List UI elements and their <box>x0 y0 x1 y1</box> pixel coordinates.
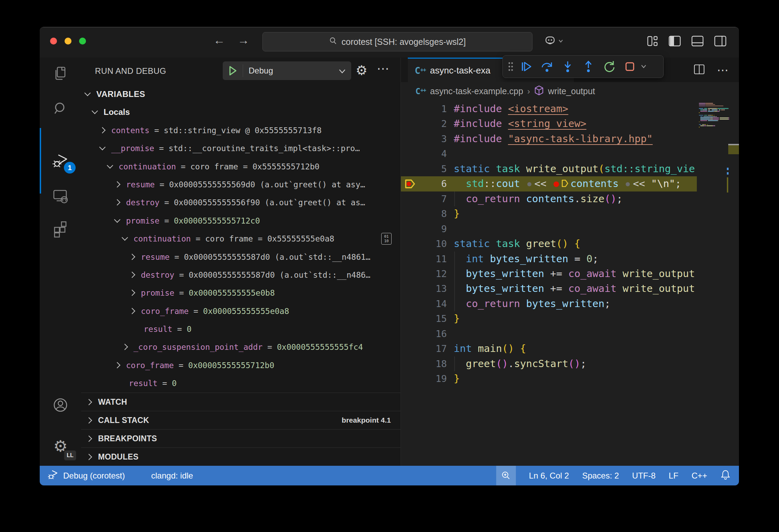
chevron-down-icon[interactable] <box>122 234 128 240</box>
inline-breakpoint-icon[interactable] <box>554 181 559 187</box>
chevron-right-icon[interactable] <box>122 344 128 350</box>
stop-menu-chevron-icon[interactable] <box>641 63 646 70</box>
variable-row[interactable]: result = 0 <box>81 320 401 338</box>
zoom-indicator-button[interactable] <box>496 466 516 485</box>
instruction-pointer-icon[interactable] <box>561 177 569 191</box>
variable-row[interactable]: coro_frame = 0x000055555555e0a8 <box>81 302 401 320</box>
variable-row[interactable]: promise = 0x000055555555e0b8 <box>81 284 401 302</box>
sidebar-item-explorer[interactable] <box>40 58 81 91</box>
variable-row[interactable]: contents = std::string_view @ 0x55555557… <box>81 121 401 139</box>
chevron-right-icon[interactable] <box>99 127 105 133</box>
code-line-8[interactable]: 8} <box>401 206 697 221</box>
code-line-14[interactable]: 14 co_return bytes_written; <box>401 296 697 311</box>
step-over-button[interactable] <box>537 57 557 76</box>
customize-layout-icon[interactable] <box>646 35 658 49</box>
close-window-button[interactable] <box>50 38 57 45</box>
variable-row[interactable]: destroy = 0x00005555555587d0 (a.out`std:… <box>81 266 401 284</box>
toggle-secondary-sidebar-icon[interactable] <box>714 35 727 49</box>
status-language[interactable]: C++ <box>692 471 707 481</box>
toolbar-drag-handle[interactable] <box>506 57 515 76</box>
code-line-9[interactable]: 9 <box>401 221 697 236</box>
pane-header-modules[interactable]: MODULES <box>81 447 401 466</box>
sidebar-more-actions[interactable]: ⋯ <box>377 61 390 76</box>
chevron-down-icon[interactable] <box>92 108 98 114</box>
inline-breakpoint-candidate-icon[interactable] <box>626 182 630 186</box>
pane-header-breakpoints[interactable]: BREAKPOINTS <box>81 429 401 447</box>
stop-button[interactable] <box>620 57 639 76</box>
chevron-down-icon[interactable] <box>84 90 90 96</box>
step-into-button[interactable] <box>558 57 577 76</box>
chevron-right-icon[interactable] <box>114 362 120 368</box>
restart-button[interactable] <box>599 57 619 76</box>
status-indentation[interactable]: Spaces: 2 <box>582 471 619 481</box>
chevron-right-icon[interactable] <box>129 254 135 260</box>
inline-breakpoint-candidate-icon[interactable] <box>527 182 531 186</box>
variable-row[interactable]: __promise = std::__coroutine_traits_impl… <box>81 139 401 157</box>
code-line-6[interactable]: 6 std::cout << contents << "\n"; <box>401 176 697 191</box>
step-out-button[interactable] <box>579 57 598 76</box>
chevron-right-icon[interactable] <box>114 199 120 206</box>
breadcrumb-symbol[interactable]: write_output <box>548 86 595 96</box>
code-line-10[interactable]: 10static task greet() { <box>401 236 697 251</box>
variable-row[interactable]: result = 0 <box>81 374 401 392</box>
code-line-7[interactable]: 7 co_return contents.size(); <box>401 191 697 206</box>
debug-settings-gear-icon[interactable]: ⚙ <box>356 63 367 78</box>
sidebar-item-settings[interactable]: ⚙ LL <box>40 430 81 463</box>
chevron-right-icon[interactable] <box>129 308 135 314</box>
chevron-right-icon[interactable] <box>129 290 135 296</box>
pane-header-call-stack[interactable]: CALL STACKbreakpoint 4.1 <box>81 411 401 429</box>
chevron-right-icon[interactable] <box>129 272 135 278</box>
code-line-19[interactable]: 19} <box>401 371 697 386</box>
toggle-primary-sidebar-icon[interactable] <box>668 35 681 49</box>
variable-row[interactable]: _coro_suspension_point_addr = 0x00005555… <box>81 338 401 356</box>
code-line-1[interactable]: 1#include <iostream> <box>401 101 697 116</box>
code-line-15[interactable]: 15} <box>401 311 697 326</box>
continue-button[interactable] <box>517 57 536 76</box>
sidebar-item-extensions[interactable] <box>40 213 81 246</box>
chevron-down-icon[interactable] <box>99 144 105 150</box>
status-cursor-position[interactable]: Ln 6, Col 2 <box>529 471 569 481</box>
code-line-13[interactable]: 13 bytes_written += co_await write_outpu… <box>401 281 697 296</box>
sidebar-item-accounts[interactable] <box>40 389 81 422</box>
variable-row[interactable]: continuation = coro frame = 0x5555555712… <box>81 158 401 176</box>
minimap[interactable] <box>698 100 727 466</box>
variable-row[interactable]: destroy = 0x0000555555556f90 (a.out`gree… <box>81 194 401 211</box>
status-debug-target[interactable]: Debug (corotest) <box>63 471 125 481</box>
chevron-down-icon[interactable] <box>114 216 120 223</box>
code-line-3[interactable]: 3#include "async-task-library.hpp" <box>401 131 697 146</box>
minimize-window-button[interactable] <box>65 38 71 45</box>
sidebar-item-run-debug[interactable]: 1 <box>40 145 81 178</box>
status-encoding[interactable]: UTF-8 <box>632 471 656 481</box>
scope-locals[interactable]: Locals <box>81 103 401 121</box>
code-line-16[interactable]: 16 <box>401 326 697 341</box>
code-line-5[interactable]: 5static task write_output(std::string_vi… <box>401 161 697 176</box>
navigate-forward-button[interactable]: → <box>235 33 252 47</box>
variable-row[interactable]: promise = 0x00005555555712c0 <box>81 212 401 230</box>
sidebar-item-remote-explorer[interactable] <box>40 180 81 214</box>
variable-row[interactable]: continuation = coro frame = 0x55555555e0… <box>81 230 401 248</box>
status-eol[interactable]: LF <box>669 471 679 481</box>
code-line-18[interactable]: 18 greet().syncStart(); <box>401 356 697 371</box>
code-line-2[interactable]: 2#include <string_view> <box>401 116 697 131</box>
variable-row[interactable]: coro_frame = 0x00005555555712b0 <box>81 356 401 374</box>
start-debug-button[interactable] <box>223 65 243 77</box>
zoom-window-button[interactable] <box>79 38 86 45</box>
view-binary-data-icon[interactable]: 0110 <box>381 233 392 245</box>
toggle-panel-icon[interactable] <box>691 35 704 49</box>
navigate-back-button[interactable]: ← <box>211 33 228 47</box>
status-clangd[interactable]: clangd: idle <box>151 471 193 481</box>
code-line-11[interactable]: 11 int bytes_written = 0; <box>401 252 697 266</box>
chevron-right-icon[interactable] <box>114 181 120 187</box>
copilot-menu[interactable] <box>544 35 563 47</box>
variables-pane-header[interactable]: VARIABLES <box>81 85 401 103</box>
code-line-4[interactable]: 4 <box>401 146 697 161</box>
variable-row[interactable]: resume = 0x00005555555569d0 (a.out`greet… <box>81 176 401 194</box>
chevron-down-icon[interactable] <box>107 162 113 168</box>
pane-header-watch[interactable]: WATCH <box>81 393 401 411</box>
breadcrumb-file[interactable]: async-task-example.cpp <box>430 86 523 96</box>
command-center-search[interactable]: corotest [SSH: avogelsges-wsl2] <box>262 32 532 51</box>
code-line-17[interactable]: 17int main() { <box>401 341 697 356</box>
launch-config-dropdown[interactable]: Debug <box>223 61 351 80</box>
sidebar-item-search[interactable] <box>40 93 81 126</box>
notifications-bell-icon[interactable] <box>720 469 731 482</box>
